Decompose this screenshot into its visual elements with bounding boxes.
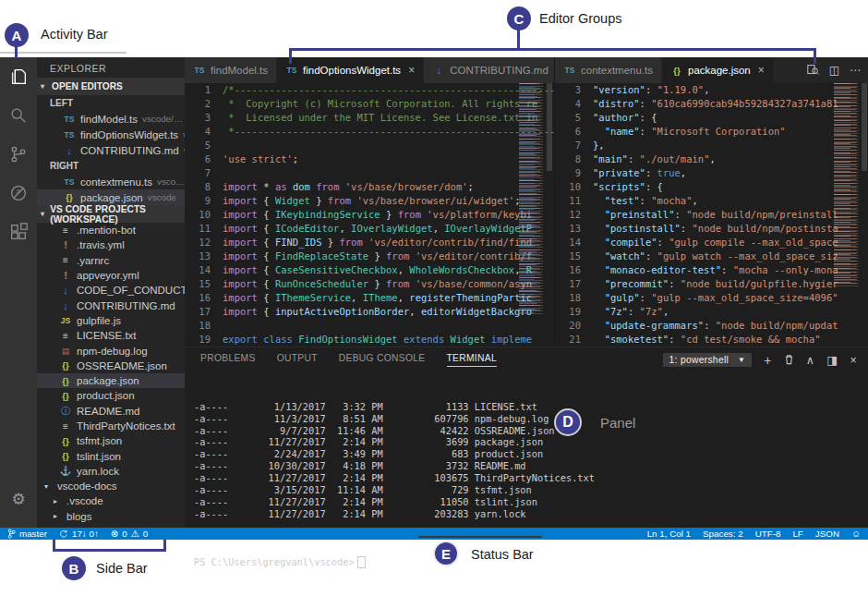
indentation[interactable]: Spaces: 2 bbox=[703, 529, 743, 539]
close-icon[interactable]: × bbox=[408, 64, 415, 77]
code-line: 11 "test": "mocha", bbox=[555, 194, 868, 208]
search-icon[interactable] bbox=[0, 96, 37, 135]
explorer-icon[interactable] bbox=[0, 57, 37, 96]
code-line: 7}, bbox=[555, 139, 868, 152]
terminal-line: -a---- 11/27/2017 2:14 PM 11050 tslint.j… bbox=[194, 496, 868, 508]
editor-tab-contextmenu.ts[interactable]: TScontextmenu.ts bbox=[555, 57, 661, 83]
file-item[interactable]: ≡LICENSE.txt bbox=[37, 328, 185, 343]
annotation-c-label: Editor Groups bbox=[539, 11, 621, 26]
kill-terminal-icon[interactable] bbox=[784, 354, 794, 367]
split-editor-icon[interactable]: ◫ bbox=[829, 64, 839, 77]
code-line: 8import * as dom from 'vs/base/browser/d… bbox=[185, 180, 554, 194]
file-item[interactable]: !appveyor.yml bbox=[37, 268, 185, 283]
language-mode[interactable]: JSON bbox=[815, 529, 839, 539]
editor-tab-findOptionsWidget.ts[interactable]: TSfindOptionsWidget.ts× bbox=[277, 57, 423, 83]
file-item[interactable]: {}tslint.json bbox=[37, 448, 185, 463]
folder-item[interactable]: ▸blogs bbox=[37, 509, 185, 524]
cursor-position[interactable]: Ln 1, Col 1 bbox=[647, 529, 691, 539]
file-item[interactable]: ⓘREADME.md bbox=[37, 404, 185, 419]
file-item[interactable]: {}OSSREADME.json bbox=[37, 359, 185, 373]
code-line: 12 "preinstall": "node build/npm/preinst… bbox=[555, 208, 868, 222]
more-actions-icon[interactable]: ⋯ bbox=[850, 64, 861, 77]
close-panel-icon[interactable]: × bbox=[850, 354, 857, 367]
file-item[interactable]: !.travis.yml bbox=[37, 237, 185, 252]
source-control-icon[interactable] bbox=[0, 135, 37, 174]
terminal-prompt: PS C:\Users\gregvanl\vscode> bbox=[194, 556, 355, 568]
json-file-icon: {} bbox=[63, 192, 76, 202]
open-editor-item[interactable]: TSfindOptionsWidget.tsvsco... bbox=[37, 127, 185, 142]
folder-item[interactable]: ▾vscode-docs bbox=[37, 479, 185, 493]
code-line: 12import { FIND_IDS } from 'vs/editor/co… bbox=[185, 236, 554, 249]
encoding[interactable]: UTF-8 bbox=[755, 529, 781, 539]
code-line: 18 bbox=[185, 319, 554, 333]
feedback-smiley-icon[interactable]: ☺ bbox=[851, 529, 861, 539]
json-file-icon: {} bbox=[670, 66, 683, 76]
code-line: 6'use strict'; bbox=[185, 152, 554, 166]
minimap[interactable] bbox=[834, 83, 860, 286]
terminal-line: -a---- 11/27/2017 2:14 PM 103675 ThirdPa… bbox=[194, 472, 868, 484]
annotation-e-line bbox=[418, 536, 542, 538]
minimap[interactable] bbox=[519, 83, 545, 314]
annotation-d-label: Panel bbox=[600, 415, 635, 431]
terminal-select[interactable]: 1: powershell▼ bbox=[663, 353, 753, 367]
annotation-b-bracket-right bbox=[163, 540, 166, 551]
sync-status[interactable]: 17↓ 0↑ bbox=[59, 529, 99, 539]
chevron-down-icon: ▾ bbox=[41, 210, 47, 218]
open-preview-icon[interactable] bbox=[807, 64, 819, 78]
workspace-header[interactable]: ▾ VS CODE PROJECTS (WORKSPACE) bbox=[37, 205, 185, 223]
json-file-icon: {} bbox=[59, 360, 72, 371]
code-line: 2 * Copyright (c) Microsoft Corporation.… bbox=[185, 97, 554, 111]
file-item[interactable]: ≡ThirdPartyNotices.txt bbox=[37, 419, 185, 433]
json-file-icon: {} bbox=[59, 376, 72, 386]
code-line: 1/*-------------------------------------… bbox=[185, 83, 554, 97]
new-terminal-icon[interactable]: + bbox=[764, 353, 771, 368]
error-icon: ⊗ bbox=[111, 529, 118, 539]
open-editor-item[interactable]: ↓CONTRIBUTING.mdvscode bbox=[37, 142, 185, 158]
file-item[interactable]: ↓CONTRIBUTING.md bbox=[37, 298, 185, 312]
file-item[interactable]: ≡.yarnrc bbox=[37, 253, 185, 268]
file-item[interactable]: {}product.json bbox=[37, 388, 185, 403]
terminal-line: -a---- 2/24/2017 3:49 PM 683 product.jso… bbox=[194, 448, 868, 460]
editor-tab-findModel.ts[interactable]: TSfindModel.ts bbox=[185, 57, 276, 83]
terminal-cursor bbox=[357, 556, 366, 568]
panel-tab-debug-console[interactable]: DEBUG CONSOLE bbox=[339, 353, 426, 367]
split-panel-icon[interactable]: ◨ bbox=[826, 353, 838, 367]
editor-tab-package.json[interactable]: {}package.json× bbox=[662, 57, 773, 83]
panel-tab-terminal[interactable]: TERMINAL bbox=[447, 353, 497, 367]
open-editors-header[interactable]: ▾ OPEN EDITORS bbox=[37, 78, 185, 95]
scrollbar[interactable] bbox=[545, 83, 554, 347]
extensions-icon[interactable] bbox=[0, 213, 37, 251]
code-editor[interactable]: 1/*-------------------------------------… bbox=[185, 83, 554, 347]
file-item[interactable]: ▤npm-debug.log bbox=[37, 343, 185, 358]
file-item[interactable]: ↓CODE_OF_CONDUCT.md bbox=[37, 283, 185, 298]
code-line: 15 "watch": "gulp watch --max_old_space_… bbox=[555, 249, 868, 263]
panel-tab-problems[interactable]: PROBLEMS bbox=[200, 353, 256, 367]
chevron-down-icon: ▾ bbox=[41, 82, 49, 91]
problems-status[interactable]: ⊗ 0 ⚠ 0 bbox=[111, 529, 148, 539]
code-line: 5 bbox=[185, 139, 554, 152]
debug-icon[interactable] bbox=[0, 174, 37, 213]
file-item[interactable]: {}tsfmt.json bbox=[37, 433, 185, 448]
maximize-panel-icon[interactable]: ∧ bbox=[806, 353, 814, 367]
folder-item[interactable]: ▸.vscode bbox=[37, 493, 185, 508]
file-item[interactable]: JSgulpfile.js bbox=[37, 313, 185, 328]
code-line: 14 "compile": "gulp compile --max_old_sp… bbox=[555, 236, 868, 249]
eol[interactable]: LF bbox=[792, 529, 802, 539]
yarn-file-icon: ⚓ bbox=[59, 466, 72, 476]
close-icon[interactable]: × bbox=[758, 64, 765, 77]
md-file-icon: ↓ bbox=[432, 65, 445, 76]
open-editor-item[interactable]: TScontextmenu.tsvscode/src/... bbox=[37, 174, 185, 189]
git-branch-status[interactable]: master bbox=[7, 529, 47, 539]
panel-tab-output[interactable]: OUTPUT bbox=[277, 353, 318, 367]
editor-tab-CONTRIBUTING.md[interactable]: ↓CONTRIBUTING.md bbox=[424, 57, 554, 83]
code-line: 19export class FindOptionsWidget extends… bbox=[185, 333, 554, 347]
settings-gear-icon[interactable]: ⚙ bbox=[0, 480, 37, 518]
code-editor[interactable]: 3"version": "1.19.0",4"distro": "610ca69… bbox=[555, 83, 868, 347]
scrollbar[interactable] bbox=[860, 83, 868, 347]
file-item[interactable]: {}package.json bbox=[37, 373, 185, 388]
open-editor-item[interactable]: {}package.jsonvscode bbox=[37, 189, 185, 205]
file-item[interactable]: ≡.mention-bot bbox=[37, 223, 185, 237]
open-editor-item[interactable]: TSfindModel.tsvscode/src/vs/... bbox=[37, 111, 185, 127]
file-item[interactable]: ⚓yarn.lock bbox=[37, 464, 185, 479]
terminal-line: -a---- 9/7/2017 11:46 AM 42422 OSSREADME… bbox=[194, 425, 868, 437]
